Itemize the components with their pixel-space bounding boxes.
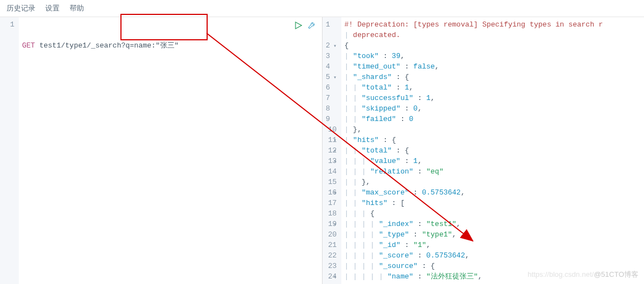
line-number: 4 — [325, 61, 337, 72]
line-number: 1 — [325, 19, 337, 30]
right-gutter: 12▾345▾678910▾11▾12▾131415▾161718▾192021… — [323, 17, 341, 284]
code-line: | | "max_score" : 0.5753642, — [345, 187, 641, 198]
line-number: 22 — [325, 250, 337, 261]
code-line: #! Deprecation: [types removal] Specifyi… — [345, 19, 641, 30]
wrench-icon[interactable] — [307, 20, 316, 30]
code-line: | "_shards" : { — [345, 72, 641, 82]
code-line: | | "hits" : [ — [345, 198, 641, 208]
watermark-url: https://blog.csdn.net/ — [527, 270, 594, 278]
code-line: | | | | "_index" : "test1", — [345, 219, 641, 229]
code-line: | "took" : 39, — [345, 51, 641, 61]
line-number: 2▾ — [325, 40, 337, 51]
code-line: | | "successful" : 1, — [345, 93, 641, 103]
code-line: | "timed_out" : false, — [345, 61, 641, 72]
watermark: https://blog.csdn.net/@51CTO博客 — [527, 270, 638, 280]
code-line: | | "total" : 1, — [345, 82, 641, 93]
line-number: 17 — [325, 198, 337, 208]
play-icon[interactable] — [293, 20, 303, 30]
response-viewer[interactable]: 12▾345▾678910▾11▾12▾131415▾161718▾192021… — [323, 17, 645, 284]
request-path: test1/type1/_search — [39, 41, 121, 50]
line-number: 25 — [325, 282, 337, 284]
line-number: 16 — [325, 187, 337, 198]
right-content: #! Deprecation: [types removal] Specifyi… — [341, 17, 645, 284]
line-number: 10▾ — [325, 124, 337, 135]
request-query: ?q=name:"张三" — [121, 41, 178, 50]
code-line: | deprecated. — [345, 30, 641, 40]
svg-marker-0 — [295, 22, 302, 29]
code-line: | | | "value" : 1, — [345, 156, 641, 166]
code-line: | | "skipped" : 0, — [345, 103, 641, 114]
line-number: 14 — [325, 166, 337, 177]
line-number: 5▾ — [325, 72, 337, 82]
code-line: | | "failed" : 0 — [345, 114, 641, 124]
line-number: 23▾ — [325, 261, 337, 271]
line-number: 18▾ — [325, 208, 337, 219]
code-line: | | | | "_score" : 0.5753642, — [345, 250, 641, 261]
left-gutter: 1 — [0, 17, 19, 284]
http-method: GET — [22, 41, 35, 50]
request-editor[interactable]: 1 GET test1/type1/_search?q=name:"张三" — [0, 17, 323, 284]
line-number — [325, 30, 337, 40]
line-number: 7 — [325, 93, 337, 103]
code-line: | | "total" : { — [345, 145, 641, 156]
line-number: 13 — [325, 156, 337, 166]
watermark-handle: @51CTO博客 — [594, 270, 638, 278]
line-number: 3 — [325, 51, 337, 61]
line-number: 6 — [325, 82, 337, 93]
line-number: 1 — [2, 19, 14, 30]
line-number: 20 — [325, 229, 337, 240]
code-line: | | | | "_type" : "type1", — [345, 229, 641, 240]
menu-bar: 历史记录 设置 帮助 — [0, 0, 644, 17]
code-line: | | | | | "age" : 18 — [345, 282, 641, 284]
request-line[interactable]: GET test1/type1/_search?q=name:"张三" — [22, 40, 319, 51]
code-line: | }, — [345, 124, 641, 135]
code-line: { — [345, 40, 641, 51]
line-number: 12▾ — [325, 145, 337, 156]
line-number: 15▾ — [325, 177, 337, 187]
code-line: | | | "relation" : "eq" — [345, 166, 641, 177]
menu-history[interactable]: 历史记录 — [7, 3, 35, 13]
left-content[interactable]: GET test1/type1/_search?q=name:"张三" — [19, 17, 322, 284]
menu-help[interactable]: 帮助 — [70, 3, 84, 13]
line-number: 11▾ — [325, 135, 337, 145]
line-number: 24 — [325, 271, 337, 282]
line-number: 9 — [325, 114, 337, 124]
code-line: | | | { — [345, 208, 641, 219]
code-line: | "hits" : { — [345, 135, 641, 145]
menu-settings[interactable]: 设置 — [45, 3, 60, 13]
code-line: | | }, — [345, 177, 641, 187]
action-icons — [293, 20, 316, 30]
line-number: 19 — [325, 219, 337, 229]
code-line: | | | | "_id" : "1", — [345, 240, 641, 250]
line-number: 21 — [325, 240, 337, 250]
panels: 1 GET test1/type1/_search?q=name:"张三" 12… — [0, 17, 644, 284]
line-number: 8 — [325, 103, 337, 114]
